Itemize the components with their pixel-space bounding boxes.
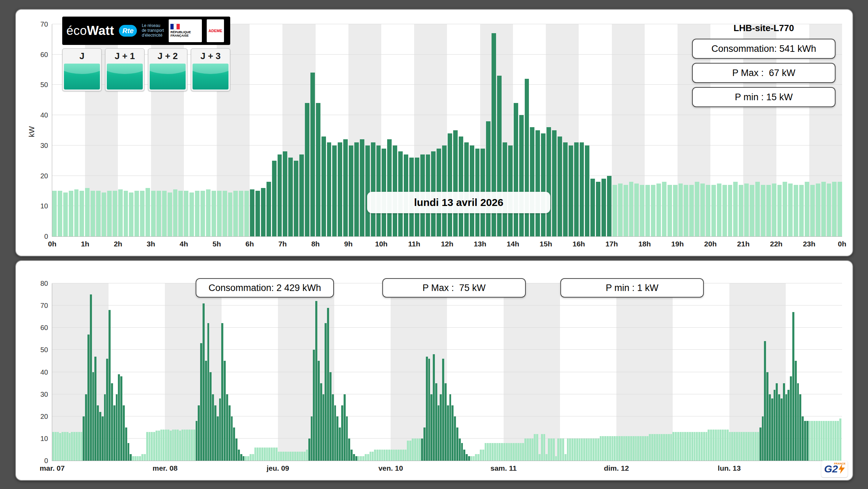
bar [310,73,315,236]
day-button-j-label: J [64,50,100,64]
bar [600,436,602,461]
bar [590,179,595,236]
bar [151,191,156,236]
bar [198,405,200,461]
bar [527,439,529,461]
bar [209,372,212,461]
bar [548,439,550,461]
bar [421,439,423,461]
bar [797,383,799,461]
bar [609,436,611,461]
bar [811,421,813,461]
date-overlay: lundi 13 avril 2026 [367,192,550,213]
y-tick-label: 20 [40,412,48,420]
y-tick-label: 40 [40,368,48,376]
bar [128,443,130,461]
ecowatt-forecast-tile-j1 [107,64,143,90]
bar [344,394,346,461]
bar [792,312,794,461]
x-tick-label: dim. 12 [604,464,629,472]
bar [371,142,375,236]
bar [769,394,771,461]
bar [351,450,353,461]
x-tick-label: 16h [572,240,585,248]
bar [519,115,524,236]
day-button-j[interactable]: J [62,48,102,91]
bar [149,432,151,461]
bar [823,421,825,461]
bar [719,430,721,461]
bar [233,427,235,461]
bar [325,323,327,461]
bar [273,448,275,461]
bar [766,185,771,236]
bar [541,434,543,461]
bar [675,432,677,461]
bar [710,430,712,461]
bar [276,448,278,461]
bar [327,308,329,461]
y-tick-label: 30 [40,141,48,149]
bar [259,448,261,461]
y-tick-label: 70 [40,20,48,28]
bar [355,456,357,461]
x-tick-label: 4h [180,240,188,248]
bar [113,405,115,461]
bar [400,450,402,461]
bar [740,432,743,461]
bar [83,416,85,461]
bar [69,191,73,236]
bar [409,441,411,461]
site-title: LHB-site-L770 [692,23,836,34]
x-tick-label: jeu. 09 [267,464,289,472]
bar [764,341,766,461]
bar [58,191,62,236]
bar [297,452,299,461]
bar [679,184,683,237]
bar [640,185,644,236]
bar [612,436,614,461]
bar [662,182,666,236]
x-tick-label: 18h [638,240,651,248]
bar [256,448,259,461]
bar [243,456,245,461]
day-button-j2[interactable]: J + 2 [148,48,187,91]
bar [179,431,181,461]
bar [463,450,465,461]
bar [261,448,263,461]
bar [560,439,562,461]
ademe-logo: ADEME [207,19,224,42]
bar [402,450,404,461]
bar [506,443,508,461]
day-button-j2-label: J + 2 [150,50,186,64]
bar [670,434,672,461]
day-button-j1-label: J + 1 [107,50,143,64]
bar [750,432,752,461]
bar [567,439,569,461]
bar [651,434,653,461]
bar [405,450,407,461]
bar [156,431,158,461]
bar [839,419,841,461]
bar [750,185,754,236]
day-button-j1[interactable]: J + 1 [105,48,144,91]
bar [809,421,811,461]
y-tick-label: 60 [40,324,48,332]
bar [602,436,604,461]
ecowatt-forecast-tile-j [64,64,100,90]
bar [624,185,628,236]
bar [184,191,188,236]
bar [618,184,623,237]
bar [313,350,315,461]
bar [596,182,600,236]
bar [193,430,195,461]
bar [130,454,132,461]
stat-pmax-day: P Max : 67 kW [692,63,836,83]
day-button-j3[interactable]: J + 3 [191,48,230,91]
bar [52,191,57,236]
rte-tagline-line2: de transport [142,28,164,33]
bar [581,439,583,461]
bar [174,430,176,461]
bar [125,427,127,461]
bar [315,301,317,461]
